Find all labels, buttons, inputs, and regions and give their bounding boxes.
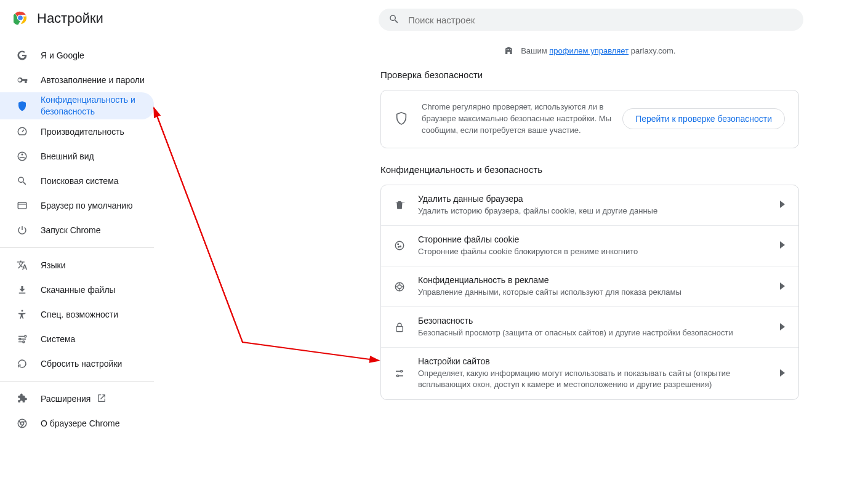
row-desc: Удалить историю браузера, файлы cookie, …: [418, 206, 780, 217]
safety-check-card: Chrome регулярно проверяет, используются…: [380, 90, 799, 148]
svg-point-9: [23, 341, 25, 343]
sidebar: Я и Google Автозаполнение и пароли Конфи…: [0, 37, 154, 436]
svg-point-7: [25, 335, 26, 337]
system-icon: [16, 333, 28, 345]
reset-icon: [16, 358, 28, 370]
row-ad-privacy[interactable]: Конфиденциальность в рекламе Управление …: [381, 266, 798, 306]
svg-rect-5: [18, 202, 26, 209]
managed-prefix: Вашим: [521, 46, 549, 55]
sidebar-item-extensions[interactable]: Расширения: [0, 386, 154, 411]
svg-point-8: [19, 338, 21, 340]
managed-suffix: parlaxy.com.: [629, 46, 675, 55]
browser-icon: [16, 199, 28, 212]
row-title: Удалить данные браузера: [418, 194, 780, 204]
safety-check-text: Chrome регулярно проверяет, используются…: [422, 102, 622, 137]
sidebar-item-label: Браузер по умолчанию: [41, 200, 133, 212]
sidebar-item-label: Производительность: [41, 126, 124, 138]
row-desc: Управление данными, которые сайты исполь…: [418, 287, 780, 298]
sidebar-divider: [0, 381, 154, 382]
search-icon: [388, 14, 400, 26]
svg-point-12: [395, 242, 404, 250]
svg-point-3: [18, 152, 26, 161]
sidebar-item-system[interactable]: Система: [0, 327, 154, 351]
sidebar-item-performance[interactable]: Производительность: [0, 119, 154, 144]
sidebar-divider: [0, 247, 154, 248]
sidebar-item-label: Спец. возможности: [41, 309, 118, 321]
google-g-icon: [16, 49, 28, 62]
shield-icon: [395, 111, 408, 127]
ad-icon: [393, 281, 406, 293]
search-input[interactable]: [408, 15, 794, 25]
chevron-right-icon: [780, 322, 785, 332]
sidebar-item-languages[interactable]: Языки: [0, 253, 154, 278]
page-title: Настройки: [37, 10, 103, 26]
svg-point-2: [18, 15, 23, 20]
lock-icon: [393, 321, 406, 334]
sidebar-item-search-engine[interactable]: Поисковая система: [0, 169, 154, 193]
translate-icon: [16, 259, 28, 271]
row-title: Конфиденциальность в рекламе: [418, 275, 780, 285]
svg-point-19: [401, 370, 403, 372]
svg-point-20: [397, 375, 399, 377]
sidebar-item-appearance[interactable]: Внешний вид: [0, 144, 154, 169]
external-link-icon: [97, 393, 106, 405]
chevron-right-icon: [780, 282, 785, 292]
shield-icon: [16, 100, 28, 112]
sidebar-item-label: Система: [41, 334, 75, 345]
privacy-card: Удалить данные браузера Удалить историю …: [380, 185, 799, 400]
chevron-right-icon: [780, 200, 785, 210]
accessibility-icon: [16, 308, 28, 321]
row-title: Безопасность: [418, 316, 780, 326]
sidebar-item-you-and-google[interactable]: Я и Google: [0, 43, 154, 68]
sidebar-item-label: Конфиденциальность и безопасность: [41, 94, 154, 118]
sidebar-item-on-startup[interactable]: Запуск Chrome: [0, 218, 154, 242]
extension-icon: [16, 393, 28, 405]
sidebar-item-label: Скачанные файлы: [41, 284, 116, 296]
sidebar-item-label: Сбросить настройки: [41, 358, 122, 370]
building-icon: [504, 48, 514, 57]
sidebar-item-privacy[interactable]: Конфиденциальность и безопасность: [0, 92, 154, 119]
trash-icon: [393, 199, 406, 211]
appearance-icon: [16, 150, 28, 162]
key-icon: [16, 74, 28, 86]
managed-link[interactable]: профилем управляет: [549, 46, 629, 55]
chrome-logo-icon: [14, 11, 27, 26]
sidebar-item-label: Расширения: [41, 393, 90, 405]
row-security[interactable]: Безопасность Безопасный просмотр (защита…: [381, 306, 798, 347]
sidebar-item-about[interactable]: О браузере Chrome: [0, 411, 154, 436]
sidebar-item-label: Я и Google: [41, 50, 84, 62]
row-third-party-cookies[interactable]: Сторонние файлы cookie Сторонние файлы c…: [381, 225, 798, 266]
row-desc: Определяет, какую информацию могут испол…: [418, 368, 780, 390]
svg-point-4: [22, 154, 23, 156]
speedometer-icon: [16, 126, 28, 138]
search-box[interactable]: [379, 9, 803, 31]
sidebar-item-label: Автозаполнение и пароли: [41, 74, 145, 86]
row-clear-data[interactable]: Удалить данные браузера Удалить историю …: [381, 185, 798, 225]
sidebar-item-downloads[interactable]: Скачанные файлы: [0, 278, 154, 302]
svg-point-15: [398, 247, 400, 248]
row-site-settings[interactable]: Настройки сайтов Определяет, какую инфор…: [381, 347, 798, 399]
download-icon: [16, 284, 28, 296]
managed-notice: Вашим профилем управляет parlaxy.com.: [380, 46, 799, 57]
row-title: Сторонние файлы cookie: [418, 234, 780, 244]
sidebar-item-accessibility[interactable]: Спец. возможности: [0, 302, 154, 327]
svg-rect-18: [396, 326, 403, 331]
sliders-icon: [393, 367, 406, 380]
power-icon: [16, 224, 28, 236]
section-label-safety: Проверка безопасности: [380, 70, 799, 80]
sidebar-item-label: Поисковая система: [41, 175, 119, 187]
sidebar-item-reset[interactable]: Сбросить настройки: [0, 351, 154, 376]
section-label-privacy: Конфиденциальность и безопасность: [380, 164, 799, 175]
chevron-right-icon: [780, 369, 785, 378]
safety-check-button[interactable]: Перейти к проверке безопасности: [622, 108, 785, 129]
sidebar-item-default-browser[interactable]: Браузер по умолчанию: [0, 193, 154, 218]
row-desc: Безопасный просмотр (защита от опасных с…: [418, 327, 780, 338]
sidebar-item-autofill[interactable]: Автозаполнение и пароли: [0, 68, 154, 92]
sidebar-item-label: Языки: [41, 260, 66, 271]
row-desc: Сторонние файлы cookie блокируются в реж…: [418, 246, 780, 257]
svg-point-13: [398, 244, 399, 245]
cookie-icon: [393, 239, 406, 252]
row-title: Настройки сайтов: [418, 356, 780, 366]
svg-point-14: [400, 246, 401, 247]
sidebar-item-label: О браузере Chrome: [41, 418, 120, 430]
